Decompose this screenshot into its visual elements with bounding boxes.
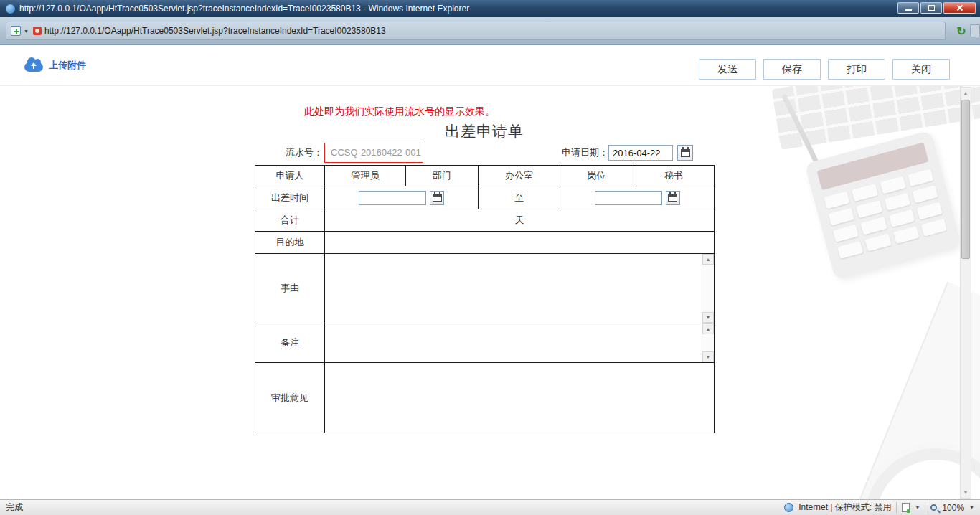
table-row: 审批意见 <box>255 363 715 433</box>
trip-request-form: 此处即为我们实际使用流水号的显示效果。 出差申请单 流水号： CCSQ-2016… <box>0 86 980 499</box>
close-icon <box>956 4 963 11</box>
title-bar: http://127.0.0.1/OAapp/HtTrace0503Servle… <box>0 0 980 17</box>
apply-date-calendar-button[interactable] <box>677 145 693 161</box>
scroll-down-icon: ▼ <box>706 315 711 320</box>
upload-attachment-link[interactable]: 上传附件 <box>24 58 86 72</box>
apply-date-label: 申请日期： <box>550 143 608 163</box>
form-title: 出差申请单 <box>255 121 714 143</box>
close-button[interactable] <box>943 2 976 14</box>
scroll-down-icon: ▼ <box>706 354 711 359</box>
remark-label: 备注 <box>255 323 325 363</box>
remark-cell: ▲ ▼ <box>325 323 715 363</box>
caret-down-icon[interactable]: ▼ <box>969 505 974 510</box>
reason-textarea[interactable] <box>325 254 702 323</box>
destination-input[interactable] <box>325 232 714 252</box>
save-button[interactable]: 保存 <box>763 59 821 80</box>
address-field[interactable]: ▼ <box>6 22 946 40</box>
table-row: 备注 ▲ ▼ <box>255 323 715 363</box>
refresh-button[interactable]: ↻ <box>953 22 970 39</box>
trip-end-cell <box>560 186 715 209</box>
remark-textarea[interactable] <box>325 323 702 362</box>
upload-attachment-label: 上传附件 <box>49 59 86 72</box>
status-right-group: Internet | 保护模式: 禁用 ▼ 100% ▼ <box>784 501 974 514</box>
page-viewport: 上传附件 发送 保存 打印 关闭 <box>0 45 980 499</box>
table-row: 申请人 管理员 部门 办公室 岗位 秘书 <box>255 166 715 186</box>
table-row: 事由 ▲ ▼ <box>255 254 715 323</box>
destination-cell <box>325 232 715 254</box>
serial-notice-text: 此处即为我们实际使用流水号的显示效果。 <box>304 105 495 118</box>
reason-cell: ▲ ▼ <box>325 254 715 323</box>
upload-arrow-icon <box>31 62 37 66</box>
cloud-upload-icon <box>24 62 43 72</box>
scroll-down-button[interactable]: ▼ <box>702 312 714 323</box>
maximize-button[interactable] <box>920 2 942 14</box>
trip-start-calendar-button[interactable] <box>430 191 444 205</box>
zone-text: Internet | 保护模式: 禁用 <box>798 501 891 514</box>
address-dropdown-icon[interactable] <box>11 26 21 36</box>
minimize-button[interactable] <box>897 2 919 14</box>
position-value: 秘书 <box>633 166 715 186</box>
approval-label: 审批意见 <box>255 363 325 433</box>
calendar-icon <box>681 149 690 157</box>
apply-date-input[interactable] <box>608 145 673 161</box>
zoom-level[interactable]: 100% <box>942 503 964 513</box>
scroll-up-button[interactable]: ▲ <box>961 88 971 98</box>
destination-label: 目的地 <box>255 232 325 254</box>
send-button[interactable]: 发送 <box>699 59 756 80</box>
trip-start-cell <box>325 186 479 209</box>
status-bar: 完成 Internet | 保护模式: 禁用 ▼ 100% ▼ <box>0 499 980 515</box>
table-row: 出差时间 至 <box>255 186 715 209</box>
scroll-up-button[interactable]: ▲ <box>702 254 714 265</box>
caret-down-icon[interactable]: ▼ <box>24 29 29 34</box>
refresh-icon: ↻ <box>956 24 966 38</box>
serial-number-value[interactable]: CCSQ-20160422-001 <box>324 143 423 163</box>
trip-start-input[interactable] <box>359 191 426 205</box>
maximize-icon <box>928 5 935 11</box>
page-settings-icon[interactable] <box>902 503 910 512</box>
trip-time-label: 出差时间 <box>255 186 325 209</box>
window-title: http://127.0.0.1/OAapp/HtTrace0503Servle… <box>19 4 469 14</box>
scroll-up-icon: ▲ <box>963 90 969 95</box>
close-page-button[interactable]: 关闭 <box>892 59 950 80</box>
address-bar: ▼ ↻ <box>0 17 980 45</box>
trip-end-input[interactable] <box>595 191 662 205</box>
applicant-value: 管理员 <box>325 166 406 186</box>
scroll-up-button[interactable]: ▲ <box>702 323 714 334</box>
zoom-icon <box>930 504 937 511</box>
url-input[interactable] <box>44 26 941 36</box>
scroll-up-icon: ▲ <box>706 326 711 331</box>
page-scrollbar[interactable]: ▲ ▼ <box>960 87 971 499</box>
department-label: 部门 <box>406 166 479 186</box>
minimize-icon <box>905 9 912 11</box>
trip-end-calendar-button[interactable] <box>666 191 680 205</box>
department-value: 办公室 <box>479 166 560 186</box>
toolbar-buttons: 发送 保存 打印 关闭 <box>699 59 950 80</box>
total-label: 合计 <box>255 209 325 232</box>
app-toolbar: 上传附件 发送 保存 打印 关闭 <box>0 45 980 86</box>
window-controls <box>897 2 976 14</box>
caret-down-icon[interactable]: ▼ <box>915 505 920 510</box>
status-text: 完成 <box>6 501 784 514</box>
table-row: 目的地 <box>255 232 715 254</box>
serial-number-label: 流水号： <box>253 143 323 163</box>
internet-zone-icon <box>784 503 793 512</box>
scrollbar-thumb[interactable] <box>961 100 970 259</box>
browser-window: http://127.0.0.1/OAapp/HtTrace0503Servle… <box>0 0 980 515</box>
site-favicon-icon <box>33 27 42 35</box>
separator <box>925 502 925 513</box>
ie-icon <box>6 4 15 14</box>
to-label: 至 <box>479 186 560 209</box>
trip-form-table: 申请人 管理员 部门 办公室 岗位 秘书 出差时间 <box>255 165 715 433</box>
compatibility-view-icon[interactable] <box>970 24 980 37</box>
approval-cell <box>325 363 715 433</box>
print-button[interactable]: 打印 <box>828 59 885 80</box>
days-label: 天 <box>325 209 715 232</box>
scroll-down-button[interactable]: ▼ <box>961 487 971 498</box>
textarea-scrollbar[interactable]: ▲ ▼ <box>702 323 714 362</box>
separator <box>896 502 897 513</box>
scroll-down-button[interactable]: ▼ <box>702 351 714 362</box>
page-body: 此处即为我们实际使用流水号的显示效果。 出差申请单 流水号： CCSQ-2016… <box>0 86 980 499</box>
textarea-scrollbar[interactable]: ▲ ▼ <box>702 254 714 323</box>
scroll-down-icon: ▼ <box>963 490 969 495</box>
table-row: 合计 天 <box>255 209 715 232</box>
